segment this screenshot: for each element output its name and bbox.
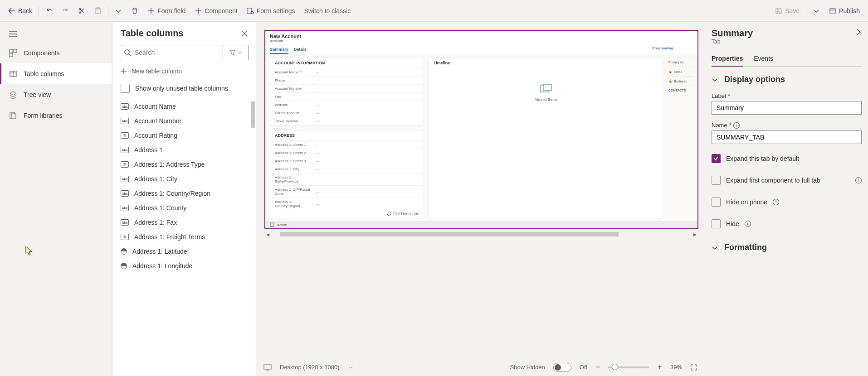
field-row[interactable]: Address 1: ZIP/Postal Code--- [270,185,424,198]
table-columns-icon [9,70,17,78]
save-chevron-button[interactable] [808,5,824,17]
column-item[interactable]: ☰Address 1: Freight Terms [112,230,256,244]
formatting-toggle[interactable]: Formatting [712,235,862,257]
column-item[interactable]: AbcAddress 1: Fax [112,215,256,230]
scrollbar-thumb[interactable] [251,101,255,128]
field-row[interactable]: Fax--- [270,92,424,101]
info-icon[interactable]: i [855,177,862,183]
field-row[interactable]: Parent Account--- [270,109,424,117]
redo-button[interactable] [57,5,73,17]
hide-check[interactable]: Hide i [712,219,862,228]
display-options-toggle[interactable]: Display options [712,67,862,89]
column-item[interactable]: Address 1: Latitude [112,244,256,259]
form-tab-summary[interactable]: Summary [270,46,288,54]
form-preview[interactable]: New Account Account Summary Details Erro… [264,30,698,229]
search-input[interactable] [131,49,219,56]
column-item[interactable]: AbcAccount Name [112,99,256,114]
field-row[interactable]: Website--- [270,101,424,109]
column-item[interactable]: ☰Account Rating [112,128,256,143]
column-item[interactable]: AbcAddress 1: City [112,172,256,186]
error-loading-link[interactable]: Error loading [652,46,673,50]
section-account-info[interactable]: ACCOUNT INFORMATION Account Name*--- Pho… [270,58,424,125]
column-label: Address 1: County [134,204,186,212]
label-input[interactable] [712,101,862,115]
column-item[interactable]: AbcAddress 1: County [112,201,256,215]
back-button[interactable]: Back [4,5,37,17]
column-item[interactable]: AbcAddress 1: Country/Region [112,186,256,201]
undo-button[interactable] [41,5,57,17]
svg-rect-8 [14,49,17,53]
zoom-out-button[interactable]: − [595,362,600,372]
field-row[interactable]: Account Number--- [270,84,424,92]
show-hidden-toggle[interactable] [553,363,571,372]
props-tab-events[interactable]: Events [754,51,773,66]
chevron-right-icon[interactable] [855,28,862,36]
get-directions-link[interactable]: Get Directions [270,210,424,218]
column-list[interactable]: AbcAccount Name AbcAccount Number ☰Accou… [112,99,256,376]
form-footer: Active [265,221,697,228]
horizontal-scrollbar[interactable]: ◂ ▸ [264,231,698,237]
publish-button[interactable]: Publish [824,5,864,17]
nav-tree-view[interactable]: Tree view [0,84,112,105]
chevron-down-button[interactable] [110,5,127,17]
hide-phone-check[interactable]: Hide on phone i [712,198,862,207]
nav-components[interactable]: Components [0,43,112,63]
nav-form-libraries[interactable]: Form libraries [0,105,112,126]
checkbox[interactable] [712,176,721,185]
field-row[interactable]: Address 1: City--- [270,165,424,173]
show-unused-checkbox-row[interactable]: Show only unused table columns [112,79,256,99]
form-settings-button[interactable]: Form settings [242,5,300,17]
close-icon[interactable] [241,30,248,37]
expand-default-label: Expand this tab by default [726,155,799,162]
section-title: ADDRESS [270,130,424,140]
section-timeline[interactable]: Timeline Almost there [429,58,663,218]
field-row[interactable]: Phone--- [270,76,424,84]
save-label: Save [785,7,800,14]
field-row[interactable]: Ticker Symbol--- [270,117,424,125]
show-unused-checkbox[interactable] [121,84,130,93]
expand-first-check[interactable]: Expand first component to full tab i [712,176,862,185]
search-input-wrapper[interactable] [120,45,223,60]
zoom-in-button[interactable]: + [657,362,662,372]
info-icon[interactable]: i [733,122,740,129]
hamburger-button[interactable] [0,25,112,43]
fit-to-screen-icon[interactable] [690,364,697,371]
field-row[interactable]: Address 1: Street 3--- [270,157,424,165]
column-item[interactable]: AbcAddress 1 [112,143,256,157]
scrollbar-thumb[interactable] [280,232,619,236]
props-tab-properties[interactable]: Properties [712,51,743,67]
switch-classic-button[interactable]: Switch to classic [300,5,356,17]
svg-rect-17 [264,365,271,369]
add-component-button[interactable]: Component [190,5,242,17]
delete-button[interactable] [127,5,143,17]
separator [108,5,108,16]
checkbox[interactable] [712,198,721,207]
section-title: ACCOUNT INFORMATION [270,58,424,68]
expand-default-check[interactable]: Expand this tab by default [712,154,862,163]
column-item[interactable]: AbcAccount Number [112,114,256,128]
field-row[interactable]: Account Name*--- [270,68,424,76]
paste-button[interactable] [90,5,106,17]
cut-button[interactable] [73,5,90,17]
name-input[interactable] [712,130,862,144]
field-row[interactable]: Address 1: Country/Region--- [270,198,424,210]
section-address[interactable]: ADDRESS Address 1: Street 1--- Address 1… [270,130,424,218]
checkbox-checked[interactable] [712,154,721,163]
filter-button[interactable] [223,45,249,60]
zoom-slider[interactable] [608,366,649,368]
add-form-field-button[interactable]: Form field [143,5,190,17]
nav-table-columns[interactable]: Table columns [0,63,112,84]
column-label: Address 1: Fax [134,219,177,226]
info-icon[interactable]: i [773,199,779,205]
column-item[interactable]: Address 1: Longitude [112,259,256,273]
column-item[interactable]: ☰Address 1: Address Type [112,157,256,172]
new-table-column-button[interactable]: New table column [112,63,256,79]
info-icon[interactable]: i [745,221,751,227]
field-row[interactable]: Address 1: Street 1--- [270,140,424,149]
field-row[interactable]: Address 1: Street 2--- [270,149,424,157]
checkbox[interactable] [712,219,721,228]
field-row[interactable]: Address 1: State/Province--- [270,173,424,185]
save-button[interactable]: Save [770,5,804,17]
chevron-down-icon[interactable] [348,365,353,370]
form-tab-details[interactable]: Details [294,46,307,54]
